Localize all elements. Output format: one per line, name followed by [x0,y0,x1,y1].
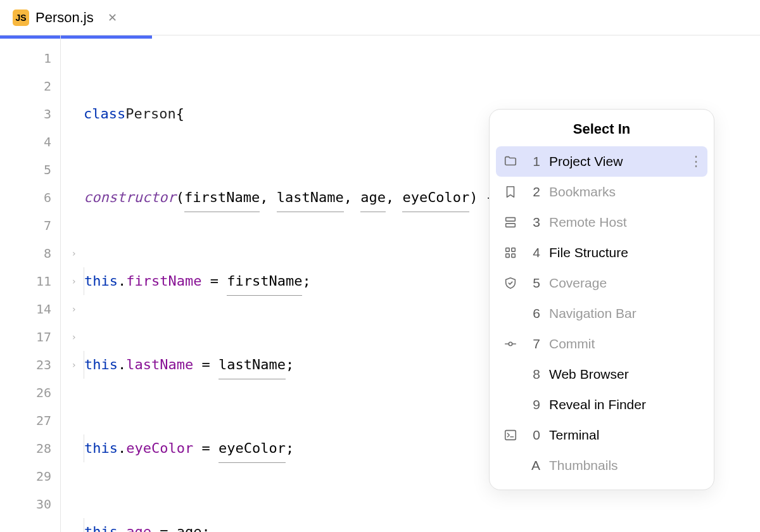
fold-arrow-icon[interactable]: › [72,360,77,370]
popup-item-label: Terminal [549,428,702,443]
popup-item-key: 5 [529,276,540,291]
gutter-line: 5 [0,156,60,184]
terminal-icon [501,428,520,442]
popup-item-key: 6 [529,306,540,321]
folder-icon [501,155,520,168]
code-area[interactable]: class Person { constructor(firstName, la… [61,35,495,532]
popup-item-key: 9 [529,397,540,412]
gutter-line: 30 [0,490,60,518]
svg-rect-0 [506,218,516,222]
popup-list: 1Project View⋮2Bookmarks3Remote Host4Fil… [490,146,714,481]
popup-item-key: 1 [529,154,540,169]
popup-item-file-structure[interactable]: 4File Structure [490,238,714,268]
popup-item-key: 7 [529,336,540,352]
svg-rect-2 [506,248,510,252]
select-in-popup: Select In 1Project View⋮2Bookmarks3Remot… [489,109,714,490]
popup-item-thumbnails[interactable]: AThumbnails [490,450,714,481]
gutter-line: 26 [0,379,60,407]
gutter-line: 2 [0,72,60,100]
popup-item-label: Web Browser [549,367,702,382]
gutter-line: 1 [0,44,60,72]
popup-item-label: Project View [549,154,680,169]
svg-point-6 [509,342,512,346]
popup-item-label: File Structure [549,245,702,260]
popup-item-project-view[interactable]: 1Project View⋮ [496,146,707,177]
code-line: this.eyeColor = eyeColor; [84,434,495,462]
bookmark-icon [501,185,520,199]
popup-item-key: 0 [529,428,540,443]
gutter-line: 6 [0,184,60,212]
gutter-line: 3 [0,100,60,128]
tab-filename: Person.js [35,10,94,26]
popup-item-key: 3 [529,215,540,230]
svg-rect-1 [506,224,516,227]
gutter-line: 4 [0,128,60,156]
popup-item-label: Coverage [549,276,702,291]
popup-item-bookmarks[interactable]: 2Bookmarks [490,177,714,207]
shield-icon [501,276,520,290]
popup-item-web-browser[interactable]: 8Web Browser [490,359,714,390]
svg-rect-5 [512,254,516,258]
code-line: this.age = age; [84,518,495,532]
more-icon[interactable]: ⋮ [689,153,702,170]
popup-item-navigation-bar[interactable]: 6Navigation Bar [490,298,714,329]
popup-item-key: 4 [529,245,540,260]
popup-item-terminal[interactable]: 0Terminal [490,420,714,450]
code-line: constructor(firstName, lastName, age, ey… [84,184,495,212]
gutter-line: 11› [0,267,60,295]
popup-item-label: Remote Host [549,215,702,230]
gutter-line: 23› [0,351,60,379]
svg-rect-9 [505,431,516,440]
popup-item-remote-host[interactable]: 3Remote Host [490,207,714,238]
gutter-line: 7 [0,212,60,239]
gutter-line: 8› [0,239,60,267]
popup-title: Select In [490,121,714,146]
gutter-line: 29 [0,462,60,490]
svg-rect-4 [506,254,510,258]
gutter-line: 14› [0,295,60,323]
fold-arrow-icon[interactable]: › [72,276,77,286]
popup-item-coverage[interactable]: 5Coverage [490,268,714,298]
close-icon[interactable]: ✕ [108,11,117,25]
svg-rect-3 [512,248,516,252]
popup-item-label: Bookmarks [549,184,702,200]
gutter: 12345678›11›14›17›23›2627282930 [0,35,61,532]
tab-bar: JS Person.js ✕ [0,0,760,35]
popup-item-commit[interactable]: 7Commit [490,329,714,359]
structure-icon [501,246,520,260]
remote-icon [501,215,520,229]
popup-item-key: A [529,458,540,473]
gutter-line: 17› [0,323,60,351]
code-line: this.firstName = firstName; [84,267,495,295]
popup-item-reveal-in-finder[interactable]: 9Reveal in Finder [490,390,714,420]
popup-item-key: 8 [529,367,540,382]
code-line: this.lastName = lastName; [84,351,495,379]
gutter-line: 28 [0,434,60,462]
popup-item-label: Commit [549,336,702,352]
popup-item-label: Navigation Bar [549,306,702,321]
fold-arrow-icon[interactable]: › [72,304,77,314]
popup-item-label: Thumbnails [549,458,702,473]
code-line: class Person { [84,100,495,128]
fold-arrow-icon[interactable]: › [72,332,77,342]
popup-item-label: Reveal in Finder [549,397,702,412]
fold-arrow-icon[interactable]: › [72,248,77,258]
popup-item-key: 2 [529,184,540,200]
file-tab[interactable]: JS Person.js ✕ [0,0,130,35]
commit-icon [501,337,520,351]
js-file-icon: JS [13,10,29,26]
gutter-line: 27 [0,407,60,434]
